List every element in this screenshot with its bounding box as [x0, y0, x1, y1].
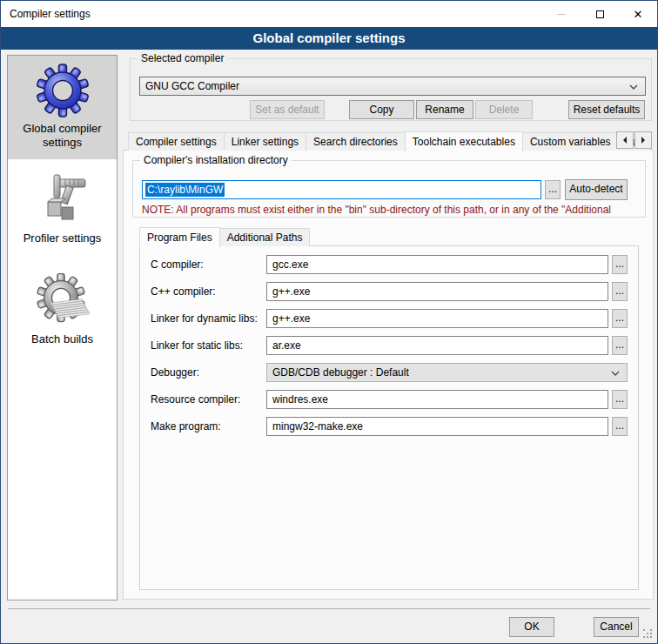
cpp-compiler-input[interactable] [266, 282, 608, 301]
arrow-left-icon [623, 137, 627, 144]
tab-compiler-settings[interactable]: Compiler settings [128, 132, 225, 151]
set-as-default-button[interactable]: Set as default [250, 100, 325, 119]
maximize-button[interactable] [581, 1, 619, 27]
debugger-select[interactable]: GDB/CDB debugger : Default [266, 363, 628, 382]
install-dir-input[interactable]: C:\raylib\MinGW [142, 180, 541, 199]
browse-dynamic-linker-button[interactable]: ... [612, 309, 628, 328]
sidebar-item-batch-builds[interactable]: Batch builds [8, 266, 117, 364]
auto-detect-button[interactable]: Auto-detect [565, 179, 628, 200]
minimize-button[interactable] [542, 1, 581, 27]
dynamic-linker-input[interactable] [266, 309, 608, 328]
program-files-tabstrip: Program Files Additional Paths [139, 225, 310, 246]
field-label: Debugger: [151, 366, 199, 379]
browse-c-compiler-button[interactable]: ... [612, 255, 628, 274]
group-title: Selected compiler [138, 52, 227, 64]
field-label: C compiler: [151, 258, 204, 271]
minimize-icon [557, 14, 566, 15]
field-row-make-program: Make program: ... [151, 417, 628, 436]
sidebar-item-label: Profiler settings [8, 231, 117, 245]
arrow-right-icon [641, 137, 645, 144]
field-row-debugger: Debugger: GDB/CDB debugger : Default [151, 363, 628, 382]
install-dir-note: NOTE: All programs must exist either in … [142, 204, 640, 216]
tab-scroll-left-button[interactable] [616, 131, 634, 149]
static-linker-input[interactable] [266, 336, 608, 355]
tab-linker-settings[interactable]: Linker settings [224, 132, 306, 151]
copy-button[interactable]: Copy [349, 100, 414, 119]
reset-defaults-button[interactable]: Reset defaults [568, 100, 645, 119]
install-dir-value: C:\raylib\MinGW [145, 183, 225, 197]
tab-program-files[interactable]: Program Files [139, 227, 220, 247]
rename-button[interactable]: Rename [416, 100, 473, 119]
window-controls: ✕ [542, 1, 657, 27]
tab-additional-paths[interactable]: Additional Paths [219, 228, 311, 246]
chevron-down-icon [629, 84, 638, 90]
page-title: Global compiler settings [1, 27, 657, 50]
cancel-button[interactable]: Cancel [594, 617, 639, 637]
compiler-select-value: GNU GCC Compiler [145, 80, 239, 92]
sidebar-item-label: Batch builds [8, 332, 117, 346]
field-label: C++ compiler: [151, 285, 216, 298]
make-program-input[interactable] [266, 417, 608, 436]
sidebar-item-global-compiler-settings[interactable]: Global compiler settings [8, 56, 117, 159]
field-row-dynamic-linker: Linker for dynamic libs: ... [151, 309, 628, 328]
debugger-select-value: GDB/CDB debugger : Default [272, 366, 409, 379]
tab-toolchain-executables[interactable]: Toolchain executables [405, 131, 523, 151]
field-label: Make program: [151, 420, 221, 433]
window-title: Compiler settings [10, 1, 91, 27]
tab-scroll-arrows [615, 131, 652, 149]
close-icon: ✕ [634, 9, 643, 20]
titlebar[interactable]: Compiler settings ✕ [1, 1, 657, 27]
tab-custom-variables[interactable]: Custom variables [522, 132, 619, 151]
sidebar-item-label: Global compiler settings [8, 122, 117, 151]
footer-divider [8, 608, 650, 609]
close-button[interactable]: ✕ [619, 1, 657, 27]
chevron-down-icon [611, 371, 620, 376]
field-row-cpp-compiler: C++ compiler: ... [151, 282, 628, 301]
browse-make-program-button[interactable]: ... [612, 417, 628, 436]
toolchain-executables-panel: Compiler's installation directory C:\ray… [123, 150, 654, 600]
blue-gear-icon [35, 63, 91, 118]
field-row-resource-compiler: Resource compiler: ... [151, 390, 628, 409]
resource-compiler-input[interactable] [266, 390, 608, 409]
field-row-static-linker: Linker for static libs: ... [151, 336, 628, 355]
tab-scroll-right-button[interactable] [634, 131, 652, 149]
field-row-c-compiler: C compiler: ... [151, 255, 628, 274]
field-label: Linker for static libs: [151, 339, 243, 352]
c-compiler-input[interactable] [266, 255, 608, 274]
browse-install-dir-button[interactable]: ... [545, 180, 561, 199]
browse-static-linker-button[interactable]: ... [612, 336, 628, 355]
install-dir-group: Compiler's installation directory C:\ray… [132, 160, 646, 218]
field-label: Linker for dynamic libs: [151, 312, 258, 325]
ok-button[interactable]: OK [509, 617, 554, 637]
delete-button[interactable]: Delete [475, 100, 533, 119]
resize-grip[interactable] [643, 629, 654, 640]
maximize-icon [596, 10, 604, 18]
caliper-icon [35, 172, 91, 228]
sidebar-item-profiler-settings[interactable]: Profiler settings [8, 165, 117, 256]
compiler-settings-window: Compiler settings ✕ Global compiler sett… [0, 0, 658, 644]
group-title: Compiler's installation directory [140, 154, 292, 166]
gray-gear-stack-icon [35, 273, 91, 329]
program-files-panel: C compiler: ... C++ compiler: ... Linker… [139, 245, 639, 590]
settings-tabstrip: Compiler settings Linker settings Search… [128, 130, 651, 151]
field-label: Resource compiler: [151, 393, 240, 406]
selected-compiler-group: Selected compiler GNU GCC Compiler Set a… [130, 58, 652, 121]
tab-search-directories[interactable]: Search directories [306, 132, 406, 151]
browse-resource-compiler-button[interactable]: ... [612, 390, 628, 409]
compiler-select[interactable]: GNU GCC Compiler [139, 77, 646, 96]
browse-cpp-compiler-button[interactable]: ... [612, 282, 628, 301]
sidebar: Global compiler settings [7, 55, 118, 600]
